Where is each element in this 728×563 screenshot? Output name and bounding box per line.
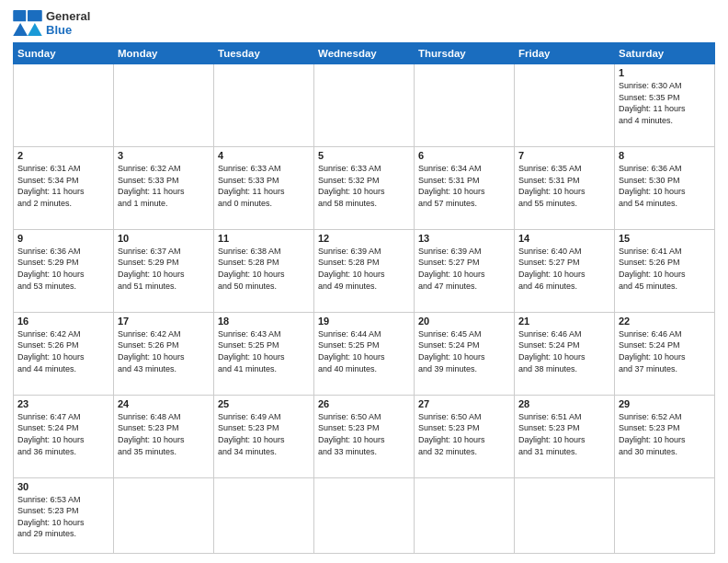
day-number: 19: [318, 316, 410, 327]
weekday-header-row: SundayMondayTuesdayWednesdayThursdayFrid…: [14, 43, 715, 64]
calendar-cell: [415, 477, 515, 553]
day-info: Sunrise: 6:43 AM Sunset: 5:25 PM Dayligh…: [218, 328, 310, 374]
day-number: 30: [17, 481, 109, 492]
calendar-cell: 17Sunrise: 6:42 AM Sunset: 5:26 PM Dayli…: [114, 312, 214, 395]
calendar-cell: 14Sunrise: 6:40 AM Sunset: 5:27 PM Dayli…: [515, 229, 615, 312]
day-info: Sunrise: 6:51 AM Sunset: 5:23 PM Dayligh…: [518, 411, 610, 457]
calendar-cell: [314, 64, 415, 147]
day-number: 16: [17, 316, 109, 327]
day-number: 28: [518, 398, 610, 409]
calendar-cell: 13Sunrise: 6:39 AM Sunset: 5:27 PM Dayli…: [415, 229, 515, 312]
calendar-cell: 29Sunrise: 6:52 AM Sunset: 5:23 PM Dayli…: [615, 395, 715, 477]
weekday-header-sunday: Sunday: [14, 43, 114, 64]
day-info: Sunrise: 6:44 AM Sunset: 5:25 PM Dayligh…: [318, 328, 410, 374]
logo-icon: [13, 10, 42, 36]
calendar-row: 30Sunrise: 6:53 AM Sunset: 5:23 PM Dayli…: [14, 477, 715, 553]
day-info: Sunrise: 6:30 AM Sunset: 5:35 PM Dayligh…: [619, 80, 711, 126]
day-number: 20: [418, 316, 510, 327]
svg-marker-3: [28, 23, 42, 36]
calendar-cell: 22Sunrise: 6:46 AM Sunset: 5:24 PM Dayli…: [615, 312, 715, 395]
calendar-cell: [114, 64, 214, 147]
day-info: Sunrise: 6:38 AM Sunset: 5:28 PM Dayligh…: [218, 246, 310, 292]
calendar-cell: [214, 477, 314, 553]
day-number: 7: [518, 150, 610, 161]
svg-rect-1: [28, 10, 42, 21]
day-info: Sunrise: 6:42 AM Sunset: 5:26 PM Dayligh…: [118, 328, 210, 374]
weekday-header-tuesday: Tuesday: [214, 43, 314, 64]
day-info: Sunrise: 6:50 AM Sunset: 5:23 PM Dayligh…: [418, 411, 510, 457]
calendar-cell: 16Sunrise: 6:42 AM Sunset: 5:26 PM Dayli…: [14, 312, 114, 395]
calendar-cell: 12Sunrise: 6:39 AM Sunset: 5:28 PM Dayli…: [314, 229, 415, 312]
weekday-header-monday: Monday: [114, 43, 214, 64]
calendar-cell: [515, 64, 615, 147]
day-info: Sunrise: 6:36 AM Sunset: 5:30 PM Dayligh…: [619, 163, 711, 209]
calendar-cell: [515, 477, 615, 553]
day-number: 6: [418, 150, 510, 161]
calendar-cell: 15Sunrise: 6:41 AM Sunset: 5:26 PM Dayli…: [615, 229, 715, 312]
day-number: 23: [17, 398, 109, 409]
day-number: 25: [218, 398, 310, 409]
calendar-cell: [415, 64, 515, 147]
day-number: 21: [518, 316, 610, 327]
header: General Blue: [13, 9, 715, 37]
day-info: Sunrise: 6:33 AM Sunset: 5:33 PM Dayligh…: [218, 163, 310, 209]
day-info: Sunrise: 6:46 AM Sunset: 5:24 PM Dayligh…: [619, 328, 711, 374]
day-number: 8: [619, 150, 711, 161]
day-info: Sunrise: 6:48 AM Sunset: 5:23 PM Dayligh…: [118, 411, 210, 457]
calendar-cell: 24Sunrise: 6:48 AM Sunset: 5:23 PM Dayli…: [114, 395, 214, 477]
calendar-cell: 23Sunrise: 6:47 AM Sunset: 5:24 PM Dayli…: [14, 395, 114, 477]
calendar-cell: 25Sunrise: 6:49 AM Sunset: 5:23 PM Dayli…: [214, 395, 314, 477]
day-number: 22: [619, 316, 711, 327]
day-number: 10: [118, 233, 210, 244]
calendar-row: 2Sunrise: 6:31 AM Sunset: 5:34 PM Daylig…: [14, 146, 715, 229]
day-number: 29: [619, 398, 711, 409]
calendar-cell: 2Sunrise: 6:31 AM Sunset: 5:34 PM Daylig…: [14, 146, 114, 229]
calendar-row: 23Sunrise: 6:47 AM Sunset: 5:24 PM Dayli…: [14, 395, 715, 477]
day-number: 24: [118, 398, 210, 409]
calendar-cell: 5Sunrise: 6:33 AM Sunset: 5:32 PM Daylig…: [314, 146, 415, 229]
calendar-cell: 6Sunrise: 6:34 AM Sunset: 5:31 PM Daylig…: [415, 146, 515, 229]
calendar-cell: [615, 477, 715, 553]
day-number: 27: [418, 398, 510, 409]
day-number: 4: [218, 150, 310, 161]
calendar-cell: 19Sunrise: 6:44 AM Sunset: 5:25 PM Dayli…: [314, 312, 415, 395]
day-info: Sunrise: 6:40 AM Sunset: 5:27 PM Dayligh…: [518, 246, 610, 292]
calendar-cell: 28Sunrise: 6:51 AM Sunset: 5:23 PM Dayli…: [515, 395, 615, 477]
svg-rect-0: [13, 10, 26, 21]
calendar-cell: 11Sunrise: 6:38 AM Sunset: 5:28 PM Dayli…: [214, 229, 314, 312]
day-number: 26: [318, 398, 410, 409]
calendar-cell: 1Sunrise: 6:30 AM Sunset: 5:35 PM Daylig…: [615, 64, 715, 147]
day-info: Sunrise: 6:47 AM Sunset: 5:24 PM Dayligh…: [17, 411, 109, 457]
weekday-header-thursday: Thursday: [415, 43, 515, 64]
day-number: 3: [118, 150, 210, 161]
calendar-cell: 20Sunrise: 6:45 AM Sunset: 5:24 PM Dayli…: [415, 312, 515, 395]
calendar-cell: 8Sunrise: 6:36 AM Sunset: 5:30 PM Daylig…: [615, 146, 715, 229]
day-info: Sunrise: 6:39 AM Sunset: 5:28 PM Dayligh…: [318, 246, 410, 292]
day-number: 17: [118, 316, 210, 327]
day-number: 14: [518, 233, 610, 244]
calendar-cell: 21Sunrise: 6:46 AM Sunset: 5:24 PM Dayli…: [515, 312, 615, 395]
calendar-cell: [14, 64, 114, 147]
calendar-cell: 9Sunrise: 6:36 AM Sunset: 5:29 PM Daylig…: [14, 229, 114, 312]
day-number: 12: [318, 233, 410, 244]
calendar-cell: 3Sunrise: 6:32 AM Sunset: 5:33 PM Daylig…: [114, 146, 214, 229]
day-number: 13: [418, 233, 510, 244]
day-info: Sunrise: 6:42 AM Sunset: 5:26 PM Dayligh…: [17, 328, 109, 374]
calendar-cell: [314, 477, 415, 553]
day-number: 1: [619, 67, 711, 78]
day-number: 18: [218, 316, 310, 327]
day-info: Sunrise: 6:52 AM Sunset: 5:23 PM Dayligh…: [619, 411, 711, 457]
day-number: 2: [17, 150, 109, 161]
calendar-cell: [114, 477, 214, 553]
calendar-row: 16Sunrise: 6:42 AM Sunset: 5:26 PM Dayli…: [14, 312, 715, 395]
calendar-cell: 26Sunrise: 6:50 AM Sunset: 5:23 PM Dayli…: [314, 395, 415, 477]
day-info: Sunrise: 6:49 AM Sunset: 5:23 PM Dayligh…: [218, 411, 310, 457]
calendar-cell: [214, 64, 314, 147]
day-info: Sunrise: 6:41 AM Sunset: 5:26 PM Dayligh…: [619, 246, 711, 292]
day-number: 15: [619, 233, 711, 244]
day-info: Sunrise: 6:31 AM Sunset: 5:34 PM Dayligh…: [17, 163, 109, 209]
weekday-header-saturday: Saturday: [615, 43, 715, 64]
calendar-cell: 4Sunrise: 6:33 AM Sunset: 5:33 PM Daylig…: [214, 146, 314, 229]
logo: General Blue: [13, 9, 90, 37]
calendar-table: SundayMondayTuesdayWednesdayThursdayFrid…: [13, 42, 715, 554]
